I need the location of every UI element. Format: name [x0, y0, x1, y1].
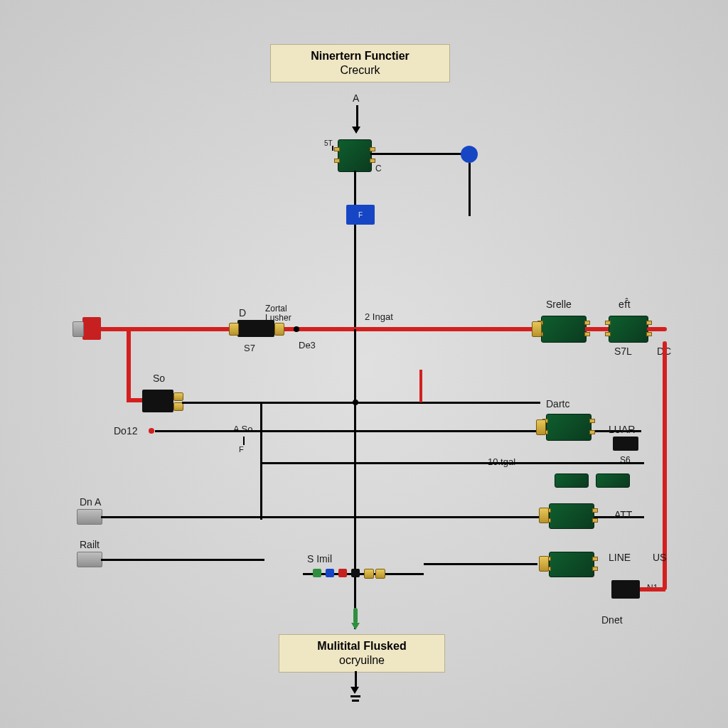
title-box-bottom: Mulitital Flusked ocryuilne [279, 634, 445, 673]
red-so-v [127, 331, 131, 398]
label-d-upper: D [239, 307, 246, 318]
red-so-h [127, 398, 142, 402]
wire-chip-bluedot [370, 153, 466, 155]
comp-gold2 [375, 569, 385, 579]
label-aso: A So [233, 424, 252, 434]
arrow-green [351, 623, 360, 630]
label-dna: Dn A [80, 496, 101, 508]
red-drop-top [647, 327, 667, 331]
comp-green [313, 569, 321, 577]
tail-bar2 [352, 700, 359, 702]
arrow-a [352, 127, 360, 134]
wire-so-out [182, 402, 260, 404]
label-s7: S7 [244, 343, 255, 353]
red-link-r1 [585, 327, 609, 331]
red-n1 [640, 587, 665, 592]
blue-dot [461, 146, 478, 163]
gold-dartc [536, 419, 546, 435]
label-dnet: Dnet [601, 614, 623, 626]
label-s7l: S7L [614, 346, 632, 357]
label-srelle: Srelle [546, 299, 572, 310]
title-box-top: Ninertern Functier Crecurk [270, 44, 450, 82]
wire-a-down [356, 105, 358, 127]
wire-to-line [424, 563, 537, 565]
wire-v-366 [260, 402, 262, 520]
label-eft: ef̂t [619, 299, 631, 310]
node-do12 [149, 428, 154, 434]
wire-h-650 [260, 462, 644, 464]
circuit-diagram: { "titleTop1": "Ninertern Functier", "ti… [0, 0, 728, 728]
label-line: LINE [609, 552, 631, 563]
gold-att [539, 508, 549, 523]
gold-line [539, 556, 549, 572]
chip-r1 [541, 316, 587, 343]
black-n1 [611, 580, 640, 599]
comp-gold [364, 569, 374, 579]
label-de3: De3 [299, 340, 316, 350]
wire-trunk-lower [354, 329, 356, 629]
grey-conn-left [73, 321, 84, 337]
label-dartc: Dartc [546, 398, 569, 410]
title-bottom-line1: Mulitital Flusked [292, 639, 432, 653]
gold-left-bus [229, 323, 239, 336]
comp-black [351, 569, 360, 577]
label-st: 5T [324, 139, 333, 147]
wire-h-railt [101, 559, 264, 561]
green-stem [353, 608, 358, 623]
block-f: F [346, 205, 375, 225]
label-railt: Railt [80, 539, 100, 550]
label-a: A [353, 92, 359, 104]
gold-right-bus [274, 323, 284, 336]
label-c: C [375, 164, 382, 173]
title-bottom-line2: ocryuilne [292, 653, 432, 668]
title-top-line2: Crecurk [284, 63, 437, 77]
chip-sm2 [596, 473, 630, 488]
tick-aso [243, 437, 245, 445]
grey-dna [77, 509, 102, 525]
chip-dartc [546, 414, 592, 441]
label-f: F [358, 211, 363, 219]
label-att: ATT [614, 509, 632, 520]
red-probe-1 [419, 370, 422, 402]
gold-r1 [532, 321, 542, 337]
black-so [142, 390, 173, 412]
node-de3 [294, 326, 299, 332]
node-mid [353, 400, 358, 405]
chip-sm1 [555, 473, 589, 488]
tail-bar1 [350, 695, 360, 697]
chip-r1b [609, 316, 648, 343]
wire-trunk-top [354, 171, 356, 327]
wire-mid-h1 [260, 402, 540, 404]
wire-bluedot-down [469, 163, 471, 216]
arrow-bottom [350, 687, 359, 694]
chip-line [549, 552, 594, 577]
label-simil: S Imil [307, 553, 332, 564]
comp-blue [326, 569, 334, 577]
comp-red [338, 569, 347, 577]
gold-so-1 [173, 392, 183, 401]
black-block-bus [237, 320, 274, 337]
label-luar: LUAR [609, 424, 635, 435]
chip-top [338, 139, 372, 172]
red-bus-main [90, 327, 545, 331]
label-us: US [653, 552, 666, 563]
title-top-line1: Ninertern Functier [284, 49, 437, 63]
black-luar [613, 437, 638, 451]
grey-railt [77, 552, 102, 567]
chip-att [549, 503, 594, 529]
red-conn-left [82, 317, 101, 340]
label-f2: F [239, 445, 244, 454]
label-ingat: 2 Ingat [365, 311, 393, 322]
wire-bottom-tail [355, 671, 357, 688]
label-so: So [153, 373, 165, 384]
label-do12: Do12 [114, 425, 137, 437]
